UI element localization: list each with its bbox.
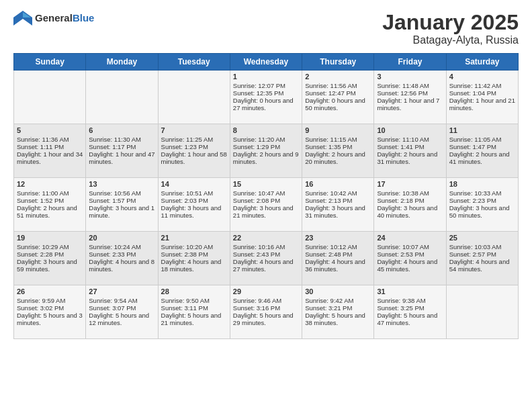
title-block: January 2025 Batagay-Alyta, Russia <box>382 11 519 46</box>
cell-text: Sunrise: 10:12 AM <box>305 243 371 250</box>
day-number: 8 <box>233 126 299 134</box>
cell-text: Daylight: 4 hours and 54 minutes. <box>449 258 515 273</box>
calendar-cell: 14Sunrise: 10:51 AMSunset: 2:03 PMDaylig… <box>158 178 230 232</box>
header-friday: Friday <box>374 54 446 71</box>
day-number: 6 <box>89 126 154 134</box>
day-number: 13 <box>89 180 154 188</box>
calendar-week-4: 19Sunrise: 10:29 AMSunset: 2:28 PMDaylig… <box>14 232 519 285</box>
cell-text: Sunrise: 10:51 AM <box>161 189 227 197</box>
cell-text: Sunset: 2:53 PM <box>377 250 443 258</box>
header-sunday: Sunday <box>14 54 86 71</box>
cell-text: Sunset: 12:47 PM <box>305 89 371 97</box>
calendar-cell: 11Sunrise: 11:05 AMSunset: 1:47 PMDaylig… <box>446 124 518 178</box>
cell-text: Sunrise: 9:42 AM <box>305 297 371 304</box>
cell-text: Sunrise: 11:10 AM <box>377 136 443 143</box>
day-number: 29 <box>233 287 299 295</box>
calendar-cell: 29Sunrise: 9:46 AMSunset: 3:16 PMDayligh… <box>230 285 302 339</box>
cell-text: Sunset: 1:04 PM <box>449 89 515 97</box>
calendar-cell: 26Sunrise: 9:59 AMSunset: 3:02 PMDayligh… <box>14 285 86 339</box>
cell-text: Sunrise: 10:07 AM <box>377 243 443 250</box>
day-number: 22 <box>233 234 299 242</box>
calendar-cell <box>14 71 86 124</box>
calendar-cell <box>158 71 230 124</box>
cell-text: Daylight: 5 hours and 47 minutes. <box>377 312 443 326</box>
cell-text: Sunrise: 10:29 AM <box>17 243 83 250</box>
calendar-cell: 22Sunrise: 10:16 AMSunset: 2:43 PMDaylig… <box>230 232 302 285</box>
calendar-cell: 27Sunrise: 9:54 AMSunset: 3:07 PMDayligh… <box>86 285 158 339</box>
cell-text: Sunset: 2:03 PM <box>161 197 227 204</box>
cell-text: Daylight: 2 hours and 51 minutes. <box>17 204 83 219</box>
cell-text: Sunset: 3:16 PM <box>233 304 299 312</box>
calendar-cell: 30Sunrise: 9:42 AMSunset: 3:21 PMDayligh… <box>302 285 374 339</box>
calendar-cell: 8Sunrise: 11:20 AMSunset: 1:29 PMDayligh… <box>230 124 302 178</box>
cell-text: Daylight: 3 hours and 31 minutes. <box>305 204 371 219</box>
cell-text: Sunset: 1:11 PM <box>17 143 83 150</box>
cell-text: Sunrise: 10:24 AM <box>89 243 154 250</box>
cell-text: Daylight: 5 hours and 12 minutes. <box>89 312 154 326</box>
calendar-cell: 31Sunrise: 9:38 AMSunset: 3:25 PMDayligh… <box>374 285 446 339</box>
cell-text: Sunrise: 10:47 AM <box>233 189 299 197</box>
calendar-cell: 24Sunrise: 10:07 AMSunset: 2:53 PMDaylig… <box>374 232 446 285</box>
day-number: 9 <box>305 126 371 134</box>
day-number: 4 <box>449 73 515 81</box>
header-thursday: Thursday <box>302 54 374 71</box>
calendar-week-2: 5Sunrise: 11:36 AMSunset: 1:11 PMDayligh… <box>14 124 519 178</box>
cell-text: Sunrise: 10:42 AM <box>305 189 371 197</box>
cell-text: Sunrise: 10:33 AM <box>449 189 515 197</box>
cell-text: Daylight: 3 hours and 50 minutes. <box>449 204 515 219</box>
calendar-cell: 9Sunrise: 11:15 AMSunset: 1:35 PMDayligh… <box>302 124 374 178</box>
day-number: 24 <box>377 234 443 242</box>
cell-text: Sunset: 2:18 PM <box>377 197 443 204</box>
cell-text: Daylight: 1 hour and 21 minutes. <box>449 97 515 111</box>
calendar-cell: 28Sunrise: 9:50 AMSunset: 3:11 PMDayligh… <box>158 285 230 339</box>
calendar-cell: 7Sunrise: 11:25 AMSunset: 1:23 PMDayligh… <box>158 124 230 178</box>
cell-text: Daylight: 3 hours and 21 minutes. <box>233 204 299 219</box>
cell-text: Sunrise: 11:30 AM <box>89 136 154 143</box>
day-number: 12 <box>17 180 83 188</box>
cell-text: Daylight: 1 hour and 34 minutes. <box>17 150 83 165</box>
cell-text: Sunset: 2:28 PM <box>17 250 83 258</box>
cell-text: Sunrise: 11:00 AM <box>17 189 83 197</box>
calendar-subtitle: Batagay-Alyta, Russia <box>382 34 519 46</box>
header-saturday: Saturday <box>446 54 518 71</box>
cell-text: Daylight: 1 hour and 7 minutes. <box>377 97 443 111</box>
cell-text: Daylight: 4 hours and 27 minutes. <box>233 258 299 273</box>
cell-text: Daylight: 1 hour and 58 minutes. <box>161 150 227 165</box>
cell-text: Daylight: 0 hours and 50 minutes. <box>305 97 371 111</box>
cell-text: Sunset: 2:33 PM <box>89 250 154 258</box>
calendar-cell: 5Sunrise: 11:36 AMSunset: 1:11 PMDayligh… <box>14 124 86 178</box>
calendar-cell: 12Sunrise: 11:00 AMSunset: 1:52 PMDaylig… <box>14 178 86 232</box>
cell-text: Daylight: 3 hours and 59 minutes. <box>17 258 83 273</box>
cell-text: Sunset: 3:07 PM <box>89 304 154 312</box>
cell-text: Sunset: 1:47 PM <box>449 143 515 150</box>
cell-text: Sunset: 2:43 PM <box>233 250 299 258</box>
day-number: 18 <box>449 180 515 188</box>
calendar-cell: 15Sunrise: 10:47 AMSunset: 2:08 PMDaylig… <box>230 178 302 232</box>
day-number: 25 <box>449 234 515 242</box>
logo-icon <box>13 11 32 26</box>
calendar-cell: 17Sunrise: 10:38 AMSunset: 2:18 PMDaylig… <box>374 178 446 232</box>
calendar-table: Sunday Monday Tuesday Wednesday Thursday… <box>13 53 519 339</box>
calendar-cell: 21Sunrise: 10:20 AMSunset: 2:38 PMDaylig… <box>158 232 230 285</box>
cell-text: Daylight: 4 hours and 8 minutes. <box>89 258 154 273</box>
cell-text: Sunrise: 9:54 AM <box>89 297 154 304</box>
cell-text: Daylight: 3 hours and 11 minutes. <box>161 204 227 219</box>
day-number: 10 <box>377 126 443 134</box>
day-number: 21 <box>161 234 227 242</box>
cell-text: Daylight: 4 hours and 45 minutes. <box>377 258 443 273</box>
day-number: 30 <box>305 287 371 295</box>
day-number: 11 <box>449 126 515 134</box>
cell-text: Daylight: 2 hours and 41 minutes. <box>449 150 515 165</box>
cell-text: Sunset: 1:52 PM <box>17 197 83 204</box>
header-wednesday: Wednesday <box>230 54 302 71</box>
calendar-header-row: Sunday Monday Tuesday Wednesday Thursday… <box>14 54 519 71</box>
calendar-cell: 2Sunrise: 11:56 AMSunset: 12:47 PMDaylig… <box>302 71 374 124</box>
cell-text: Daylight: 2 hours and 9 minutes. <box>233 150 299 165</box>
cell-text: Sunrise: 9:59 AM <box>17 297 83 304</box>
day-number: 16 <box>305 180 371 188</box>
cell-text: Sunset: 2:23 PM <box>449 197 515 204</box>
cell-text: Sunrise: 9:50 AM <box>161 297 227 304</box>
day-number: 23 <box>305 234 371 242</box>
cell-text: Sunrise: 11:05 AM <box>449 136 515 143</box>
calendar-cell <box>446 285 518 339</box>
